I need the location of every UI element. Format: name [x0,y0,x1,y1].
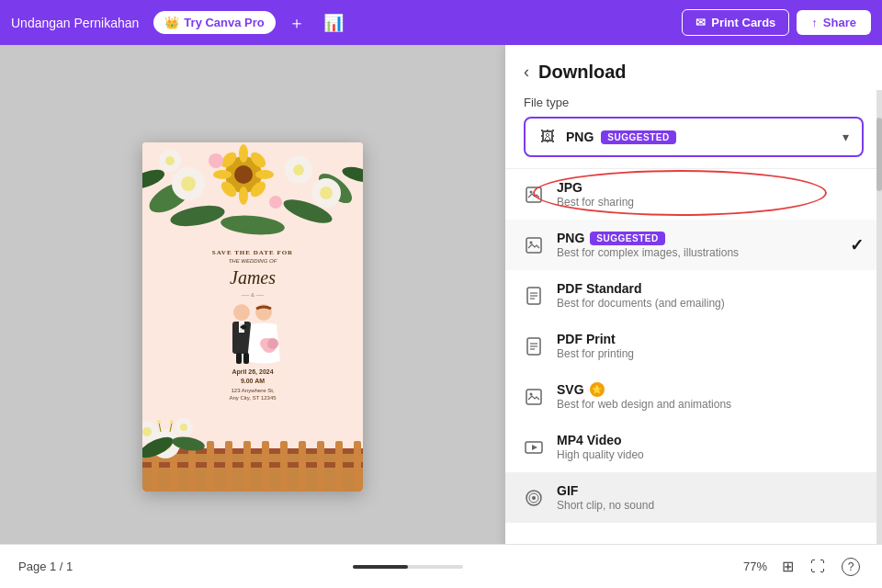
svg-desc: Best for web design and animations [557,398,864,411]
file-type-pdf-standard[interactable]: PDF Standard Best for documents (and ema… [505,270,882,321]
document-title: Undangan Pernikahan [11,16,139,30]
file-type-dropdown: JPG Best for sharing PNG SUGGESTED Best … [505,168,882,588]
file-type-png[interactable]: PNG SUGGESTED Best for complex images, i… [505,220,882,270]
canvas-area: SAVE THE DATE FOR THE WEDDING OF James ─… [0,45,505,588]
svg-point-7 [181,176,196,191]
png-name: PNG SUGGESTED [557,231,837,245]
bottom-bar: Page 1 / 1 77% ⊞ ⛶ ? [0,544,882,588]
try-canva-pro-button[interactable]: 👑 Try Canva Pro [153,11,275,34]
question-mark-icon: ? [842,558,860,576]
gif-name: GIF [557,483,864,498]
svg-point-16 [213,170,232,179]
analytics-icon[interactable]: 📊 [318,7,349,39]
pdf-standard-icon [524,286,544,306]
file-type-mp4[interactable]: MP4 Video High quality video [505,422,882,472]
svg-rect-37 [236,353,242,364]
suggested-badge: SUGGESTED [601,130,675,144]
progress-bar[interactable] [353,565,463,569]
share-icon: ↑ [811,16,818,29]
pro-badge: ⭐ [590,382,605,397]
jpg-desc: Best for sharing [557,196,864,209]
checkmark-icon: ✓ [850,235,864,255]
file-type-jpg[interactable]: JPG Best for sharing [505,169,882,220]
scrollbar-thumb[interactable] [876,118,882,191]
gif-content: GIF Short clip, no sound [557,483,864,512]
svg-rect-51 [280,441,288,492]
svg-rect-70 [526,238,541,253]
png-suggested-badge: SUGGESTED [590,232,664,245]
svg-point-13 [234,165,253,184]
progress-bar-container [84,565,732,569]
mp4-icon [524,437,544,458]
back-arrow-icon: ‹ [524,62,529,82]
pdf-print-name: PDF Print [557,332,864,346]
chevron-down-icon: ▾ [842,130,849,144]
svg-rect-80 [526,390,541,404]
selected-file-type: PNG [566,130,594,144]
panel-header: ‹ Download [505,45,882,96]
jpg-content: JPG Best for sharing [557,180,864,209]
svg-point-81 [530,392,533,395]
svg-point-9 [293,164,304,175]
scrollbar[interactable] [876,90,882,588]
bottom-icons: ⊞ ⛶ ? [778,554,864,580]
grid-view-button[interactable]: ⊞ [778,554,797,579]
pdf-standard-desc: Best for documents (and emailing) [557,297,864,310]
mail-icon: ✉ [695,16,706,29]
svg-point-59 [142,427,152,436]
svg-point-67 [170,420,174,424]
svg-content: SVG ⭐ Best for web design and animations [557,382,864,411]
svg-rect-49 [243,441,251,492]
card-top-decoration [142,142,363,243]
svg-point-61 [180,424,187,431]
svg-point-25 [269,196,282,209]
fullscreen-button[interactable]: ⛶ [807,555,829,579]
file-type-pdf-print[interactable]: PDF Print Best for printing [505,321,882,371]
jpg-name: JPG [557,180,864,195]
png-desc: Best for complex images, illustrations [557,246,837,259]
pdf-print-icon [524,336,544,356]
svg-point-69 [530,190,533,193]
svg-point-11 [165,156,175,165]
svg-rect-52 [299,441,306,492]
file-type-svg[interactable]: SVG ⭐ Best for web design and animations [505,371,882,422]
svg-rect-50 [262,441,269,492]
svg-point-65 [157,420,161,424]
svg-rect-48 [225,441,232,492]
svg-rect-53 [317,441,324,492]
svg-rect-68 [526,187,541,202]
card-groom-name: James [212,267,293,288]
svg-rect-47 [207,441,214,492]
gif-desc: Short clip, no sound [557,499,864,512]
pdf-print-desc: Best for printing [557,347,864,360]
mp4-name: MP4 Video [557,433,864,447]
panel-title: Download [538,62,627,83]
svg-point-36 [267,338,278,349]
pdf-standard-content: PDF Standard Best for documents (and ema… [557,281,864,310]
back-button[interactable]: ‹ [524,62,529,82]
progress-fill [353,565,408,569]
print-cards-button[interactable]: ✉ Print Cards [682,9,789,36]
page-indicator: Page 1 / 1 [18,560,73,573]
file-type-label: File type [505,96,882,117]
add-button[interactable]: ＋ [283,6,311,40]
svg-rect-54 [335,441,343,492]
svg-rect-38 [243,353,249,364]
file-type-icon: 🖼 [538,128,557,146]
mp4-content: MP4 Video High quality video [557,433,864,461]
card-bottom-decoration [142,409,363,492]
share-button[interactable]: ↑ Share [797,10,871,35]
file-type-gif[interactable]: GIF Short clip, no sound [505,472,882,523]
pdf-print-content: PDF Print Best for printing [557,332,864,360]
gif-icon [524,488,544,508]
card-save-date-text: SAVE THE DATE FOR [212,249,293,256]
zoom-level: 77% [743,560,767,573]
file-type-selector[interactable]: 🖼 PNG SUGGESTED ▾ [524,117,864,157]
svg-icon [524,387,544,407]
svg-point-24 [209,153,223,168]
svg-point-14 [239,144,248,163]
png-icon [524,235,544,255]
svg-point-15 [239,187,248,205]
help-button[interactable]: ? [838,554,864,580]
pdf-standard-name: PDF Standard [557,281,864,296]
